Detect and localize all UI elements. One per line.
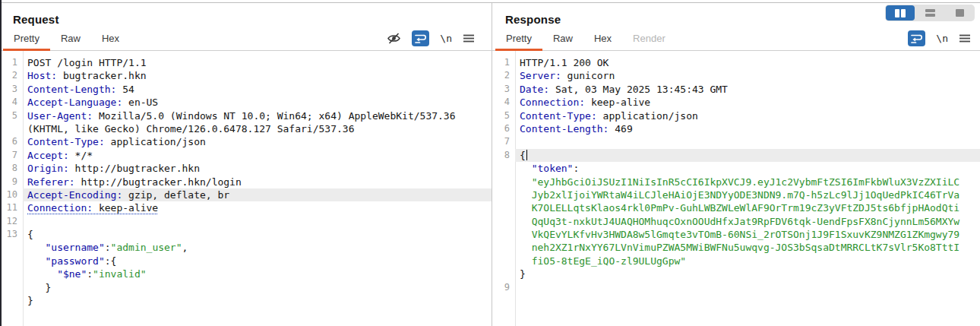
code-line[interactable]: VkQEvYLKfvHv3HWDA8w5lGmqte3vTOmB-60NSi_2… [492, 228, 980, 241]
tab-render: Render [622, 28, 676, 50]
word-wrap-icon[interactable] [412, 30, 429, 46]
code-line-text[interactable]: HTTP/1.1 200 OK [515, 56, 980, 69]
code-line-text[interactable]: Accept-Encoding: gzip, deflate, br [23, 188, 492, 201]
code-line-text[interactable]: Content-Type: application/json [23, 135, 492, 148]
code-line[interactable]: } [0, 294, 492, 307]
code-line-text[interactable]: "eyJhbGciOiJSUzI1NiIsInR5cCI6IkpXVCJ9.ey… [515, 176, 980, 188]
code-line[interactable]: 11Connection: keep-alive [0, 201, 492, 214]
code-line[interactable]: 1POST /login HTTP/1.1 [0, 56, 492, 69]
code-line[interactable]: 10Accept-Encoding: gzip, deflate, br [0, 188, 492, 201]
newline-icon[interactable]: \n [440, 33, 452, 44]
code-line-text[interactable]: neh2XZ1rNxYY67LVnVimuPZWA5MWiBWFNu5uwqvg… [515, 241, 980, 254]
code-line[interactable]: "token": [492, 162, 980, 175]
code-line[interactable]: 4Connection: keep-alive [492, 96, 980, 109]
code-line-text[interactable]: "password":{ [23, 255, 492, 267]
line-number [492, 241, 515, 254]
tab-raw[interactable]: Raw [50, 28, 91, 50]
code-line[interactable]: 1HTTP/1.1 200 OK [492, 56, 980, 69]
code-line-text[interactable]: QqUq3t-nxkUtJ4UAQHOMhuqcOxnOOUdHfxJat9Rp… [515, 215, 980, 228]
code-line[interactable]: neh2XZ1rNxYY67LVnVimuPZWA5MWiBWFNu5uwqvg… [492, 241, 980, 254]
code-line[interactable]: 12 [0, 215, 492, 228]
code-line-text[interactable]: Accept: */* [23, 149, 492, 162]
line-number [0, 267, 23, 280]
code-line[interactable]: 5Content-Type: application/json [492, 109, 980, 122]
code-line[interactable]: 5User-Agent: Mozilla/5.0 (Windows NT 10.… [0, 109, 492, 122]
code-line[interactable]: 3Date: Sat, 03 May 2025 13:45:43 GMT [492, 83, 980, 96]
line-number: 1 [492, 56, 515, 69]
code-line-text[interactable]: "username":"admin_user", [23, 241, 492, 254]
code-line[interactable]: 3Content-Length: 54 [0, 83, 492, 96]
code-line[interactable]: 9 [492, 281, 980, 294]
request-editor[interactable]: 1POST /login HTTP/1.12Host: bugtracker.h… [0, 51, 492, 326]
code-line-text[interactable]: VkQEvYLKfvHv3HWDA8w5lGmqte3vTOmB-60NSi_2… [515, 228, 980, 241]
code-line[interactable]: 8{ [492, 149, 980, 162]
code-line[interactable]: "$ne":"invalid" [0, 267, 492, 280]
code-line-text[interactable]: } [23, 294, 492, 307]
code-line-text[interactable]: Host: bugtracker.hkn [23, 69, 492, 82]
code-line-text[interactable]: Content-Length: 54 [23, 83, 492, 96]
newline-icon[interactable]: \n [936, 33, 948, 44]
code-line-text[interactable]: Origin: http://bugtracker.hkn [23, 162, 492, 175]
code-line[interactable]: } [492, 267, 980, 280]
code-line-text[interactable]: Content-Type: application/json [515, 109, 980, 122]
code-line-text[interactable]: Server: gunicorn [515, 69, 980, 82]
rows-layout-button[interactable] [915, 5, 944, 21]
code-line[interactable]: 7Accept: */* [0, 149, 492, 162]
code-line[interactable]: 7 [492, 135, 980, 148]
code-line-text[interactable]: { [515, 149, 980, 162]
code-line[interactable]: 6Content-Type: application/json [0, 135, 492, 148]
line-number [492, 201, 515, 214]
tab-raw[interactable]: Raw [542, 28, 583, 50]
eye-hidden-icon[interactable] [387, 32, 401, 45]
code-line-text[interactable]: Accept-Language: en-US [23, 96, 492, 109]
code-line-text[interactable]: Connection: keep-alive [515, 96, 980, 109]
code-line[interactable]: 6Content-Length: 469 [492, 122, 980, 135]
menu-icon[interactable] [463, 33, 475, 43]
code-line[interactable]: 9Referer: http://bugtracker.hkn/login [0, 176, 492, 188]
code-line[interactable]: fiO5-8tEgE_iQO-zl9ULUgGpw" [492, 255, 980, 267]
tab-hex[interactable]: Hex [583, 28, 622, 50]
menu-icon[interactable] [959, 33, 971, 43]
code-line[interactable]: Jyb2xlIjoiYWRtaW4iLCJleHAiOjE3NDYyODE3ND… [492, 188, 980, 201]
line-number: 12 [0, 215, 23, 228]
code-line-text[interactable]: "token": [515, 162, 980, 175]
code-line-text[interactable]: (KHTML, like Gecko) Chrome/126.0.6478.12… [23, 122, 492, 135]
code-line-text[interactable]: Date: Sat, 03 May 2025 13:45:43 GMT [515, 83, 980, 96]
line-number [492, 188, 515, 201]
tab-pretty[interactable]: Pretty [495, 28, 542, 50]
line-number [492, 162, 515, 175]
code-line-text[interactable]: Referer: http://bugtracker.hkn/login [23, 176, 492, 188]
code-line-text[interactable]: Jyb2xlIjoiYWRtaW4iLCJleHAiOjE3NDYyODE3ND… [515, 188, 980, 201]
single-layout-button[interactable] [945, 5, 974, 21]
code-line-text[interactable]: K7OLELLqtsKlaos4rkl0PmPv-GuhLWBZWLeWlAF9… [515, 201, 980, 214]
code-line-text[interactable]: } [23, 281, 492, 294]
code-line[interactable]: 2Server: gunicorn [492, 69, 980, 82]
code-line-text[interactable]: Connection: keep-alive [23, 201, 492, 214]
word-wrap-icon[interactable] [908, 30, 925, 46]
code-line[interactable]: K7OLELLqtsKlaos4rkl0PmPv-GuhLWBZWLeWlAF9… [492, 201, 980, 214]
code-line-text[interactable]: User-Agent: Mozilla/5.0 (Windows NT 10.0… [23, 109, 492, 122]
code-line-text[interactable]: fiO5-8tEgE_iQO-zl9ULUgGpw" [515, 255, 980, 267]
code-line-text[interactable] [23, 215, 492, 228]
code-line[interactable]: } [0, 281, 492, 294]
code-line[interactable]: "eyJhbGciOiJSUzI1NiIsInR5cCI6IkpXVCJ9.ey… [492, 176, 980, 188]
code-line[interactable]: "username":"admin_user", [0, 241, 492, 254]
code-line-text[interactable]: { [23, 228, 492, 241]
response-editor[interactable]: 1HTTP/1.1 200 OK2Server: gunicorn3Date: … [492, 51, 980, 326]
code-line[interactable]: "password":{ [0, 255, 492, 267]
code-line-text[interactable]: POST /login HTTP/1.1 [23, 56, 492, 69]
columns-layout-button[interactable] [886, 5, 915, 21]
code-line[interactable]: 2Host: bugtracker.hkn [0, 69, 492, 82]
code-line-text[interactable]: Content-Length: 469 [515, 122, 980, 135]
tab-pretty[interactable]: Pretty [3, 28, 50, 50]
code-line-text[interactable] [515, 281, 980, 294]
code-line[interactable]: 13{ [0, 228, 492, 241]
code-line[interactable]: 4Accept-Language: en-US [0, 96, 492, 109]
code-line-text[interactable]: } [515, 267, 980, 280]
code-line[interactable]: 8Origin: http://bugtracker.hkn [0, 162, 492, 175]
code-line[interactable]: QqUq3t-nxkUtJ4UAQHOMhuqcOxnOOUdHfxJat9Rp… [492, 215, 980, 228]
tab-hex[interactable]: Hex [91, 28, 130, 50]
code-line-text[interactable] [515, 135, 980, 148]
code-line-text[interactable]: "$ne":"invalid" [23, 267, 492, 280]
code-line[interactable]: (KHTML, like Gecko) Chrome/126.0.6478.12… [0, 122, 492, 135]
